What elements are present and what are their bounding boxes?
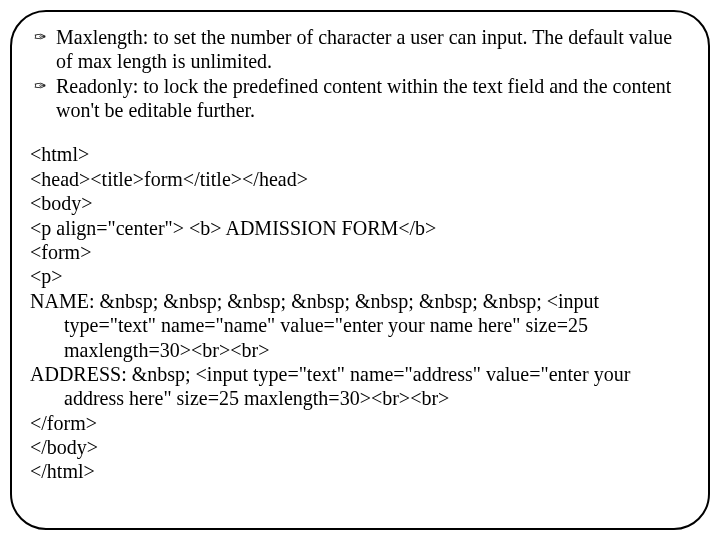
code-line: <html> <box>30 142 690 166</box>
code-line: <p> <box>30 264 690 288</box>
bullet-text: Readonly: to lock the predefined content… <box>56 75 690 122</box>
code-line: <body> <box>30 191 690 215</box>
code-line: <p align="center"> <b> ADMISSION FORM</b… <box>30 216 690 240</box>
code-line: NAME: &nbsp; &nbsp; &nbsp; &nbsp; &nbsp;… <box>30 289 690 362</box>
bullet-text: Maxlength: to set the number of characte… <box>56 26 690 73</box>
bullet-list: ✑ Maxlength: to set the number of charac… <box>30 26 690 122</box>
slide-container: ✑ Maxlength: to set the number of charac… <box>10 10 710 530</box>
code-line: <form> <box>30 240 690 264</box>
list-item: ✑ Readonly: to lock the predefined conte… <box>30 75 690 122</box>
code-line: ADDRESS: &nbsp; <input type="text" name=… <box>30 362 690 411</box>
code-line: <head><title>form</title></head> <box>30 167 690 191</box>
code-line: </form> <box>30 411 690 435</box>
code-line: </html> <box>30 459 690 483</box>
code-line: </body> <box>30 435 690 459</box>
bullet-icon: ✑ <box>34 78 47 96</box>
code-block: <html> <head><title>form</title></head> … <box>30 142 690 483</box>
bullet-icon: ✑ <box>34 29 47 47</box>
list-item: ✑ Maxlength: to set the number of charac… <box>30 26 690 73</box>
